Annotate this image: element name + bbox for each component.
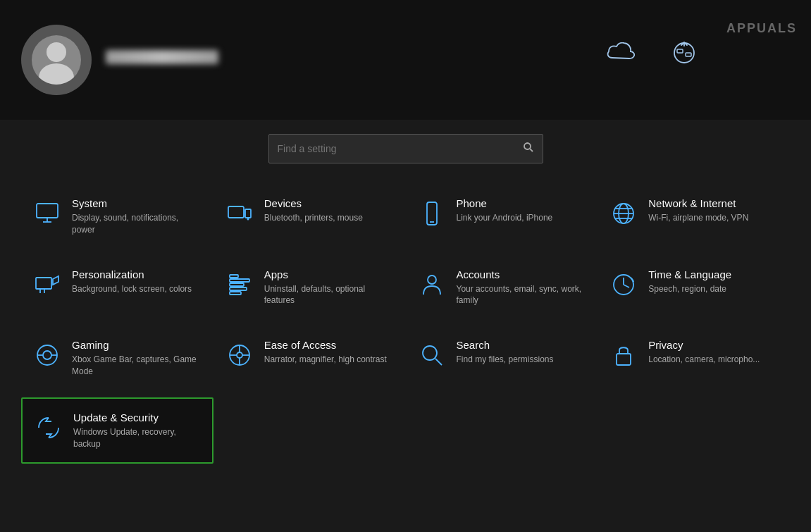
user-info	[106, 50, 218, 70]
apps-text: Apps Uninstall, defaults, optional featu…	[264, 268, 395, 307]
setting-item-system[interactable]: System Display, sound, notifications, po…	[21, 185, 213, 249]
user-name-blurred	[106, 50, 218, 64]
svg-rect-8	[228, 206, 244, 218]
setting-item-gaming[interactable]: Gaming Xbox Game Bar, captures, Game Mod…	[21, 326, 213, 390]
setting-item-accounts[interactable]: Accounts Your accounts, email, sync, wor…	[406, 256, 598, 320]
update-desc: Windows Update, recovery, backup	[73, 426, 201, 450]
svg-rect-23	[230, 283, 244, 286]
privacy-icon	[609, 340, 638, 370]
network-icon	[609, 199, 638, 228]
time-title: Time & Language	[648, 268, 731, 280]
svg-rect-42	[617, 354, 631, 365]
svg-rect-25	[230, 292, 241, 295]
devices-icon	[225, 199, 254, 228]
search-section	[0, 120, 811, 178]
gaming-icon	[32, 340, 62, 370]
setting-item-update[interactable]: Update & Security Windows Update, recove…	[21, 397, 213, 464]
accounts-title: Accounts	[457, 268, 587, 280]
ease-text: Ease of Access Narrator, magnifier, high…	[264, 339, 387, 366]
personalization-title: Personalization	[72, 268, 192, 280]
system-text: System Display, sound, notifications, po…	[72, 197, 202, 236]
svg-line-29	[624, 285, 629, 287]
svg-rect-24	[230, 287, 247, 290]
phone-desc: Link your Android, iPhone	[457, 212, 553, 224]
setting-item-apps[interactable]: Apps Uninstall, defaults, optional featu…	[213, 256, 406, 320]
setting-item-network[interactable]: Network & Internet Wi-Fi, airplane mode,…	[598, 185, 790, 249]
network-desc: Wi-Fi, airplane mode, VPN	[648, 212, 748, 224]
search-icon	[523, 142, 534, 156]
svg-point-40	[423, 346, 437, 360]
avatar-image	[32, 35, 81, 85]
ease-title: Ease of Access	[264, 339, 387, 351]
watermark: APPUALS	[712, 0, 811, 56]
onedrive-icon	[607, 42, 635, 69]
network-title: Network & Internet	[648, 197, 748, 209]
apps-title: Apps	[264, 268, 395, 280]
header-actions	[607, 0, 698, 120]
setting-item-personalization[interactable]: Personalization Background, lock screen,…	[21, 256, 213, 320]
time-icon	[609, 270, 638, 299]
svg-rect-1	[677, 49, 683, 53]
svg-line-4	[530, 149, 533, 151]
setting-item-ease[interactable]: Ease of Access Narrator, magnifier, high…	[213, 326, 406, 390]
gaming-desc: Xbox Game Bar, captures, Game Mode	[72, 354, 202, 378]
windows-update-icon	[670, 39, 698, 73]
update-icon	[34, 413, 63, 443]
settings-main: System Display, sound, notifications, po…	[0, 178, 811, 471]
search-icon	[417, 340, 447, 370]
accounts-text: Accounts Your accounts, email, sync, wor…	[457, 268, 587, 307]
personalization-desc: Background, lock screen, colors	[72, 283, 192, 295]
phone-icon	[417, 199, 447, 228]
devices-text: Devices Bluetooth, printers, mouse	[264, 197, 363, 224]
svg-point-26	[428, 276, 436, 284]
phone-title: Phone	[457, 197, 553, 209]
time-desc: Speech, region, date	[648, 283, 731, 295]
devices-title: Devices	[264, 197, 363, 209]
privacy-text: Privacy Location, camera, micropho...	[648, 339, 760, 366]
update-title: Update & Security	[73, 412, 201, 423]
network-text: Network & Internet Wi-Fi, airplane mode,…	[648, 197, 748, 224]
setting-item-privacy[interactable]: Privacy Location, camera, micropho...	[598, 326, 790, 390]
windows-update-action[interactable]	[670, 39, 698, 81]
watermark-text: APPUALS	[726, 21, 797, 36]
svg-line-41	[435, 359, 442, 365]
svg-point-31	[43, 351, 51, 359]
onedrive-action[interactable]	[607, 42, 635, 78]
gaming-text: Gaming Xbox Game Bar, captures, Game Mod…	[72, 339, 202, 378]
personalization-text: Personalization Background, lock screen,…	[72, 268, 192, 295]
ease-desc: Narrator, magnifier, high contrast	[264, 354, 387, 366]
search-bar-container	[268, 134, 543, 163]
setting-item-search[interactable]: Search Find my files, permissions	[406, 326, 598, 390]
setting-item-time[interactable]: Time & Language Speech, region, date	[598, 256, 790, 320]
system-desc: Display, sound, notifications, power	[72, 212, 202, 236]
time-text: Time & Language Speech, region, date	[648, 268, 731, 295]
search-text: Search Find my files, permissions	[457, 339, 554, 366]
search-desc: Find my files, permissions	[457, 354, 554, 366]
personalization-icon	[32, 270, 62, 299]
setting-item-devices[interactable]: Devices Bluetooth, printers, mouse	[213, 185, 406, 249]
svg-point-35	[237, 352, 242, 358]
svg-rect-5	[37, 204, 58, 218]
svg-point-10	[247, 218, 249, 221]
settings-grid: System Display, sound, notifications, po…	[21, 185, 790, 464]
system-icon	[32, 199, 62, 228]
svg-point-3	[524, 143, 531, 149]
accounts-desc: Your accounts, email, sync, work, family	[457, 283, 587, 307]
accounts-icon	[417, 270, 447, 299]
avatar	[21, 25, 92, 95]
setting-item-phone[interactable]: Phone Link your Android, iPhone	[406, 185, 598, 249]
svg-rect-18	[36, 278, 51, 289]
svg-rect-21	[230, 275, 238, 278]
phone-text: Phone Link your Android, iPhone	[457, 197, 553, 224]
system-title: System	[72, 197, 202, 209]
search-input[interactable]	[278, 143, 523, 154]
update-text: Update & Security Windows Update, recove…	[73, 412, 201, 450]
svg-rect-22	[230, 279, 249, 282]
gaming-title: Gaming	[72, 339, 202, 351]
devices-desc: Bluetooth, printers, mouse	[264, 212, 363, 224]
header: APPUALS	[0, 0, 811, 120]
apps-icon	[225, 270, 254, 299]
privacy-desc: Location, camera, micropho...	[648, 354, 760, 366]
ease-icon	[225, 340, 254, 370]
svg-rect-9	[245, 209, 251, 218]
